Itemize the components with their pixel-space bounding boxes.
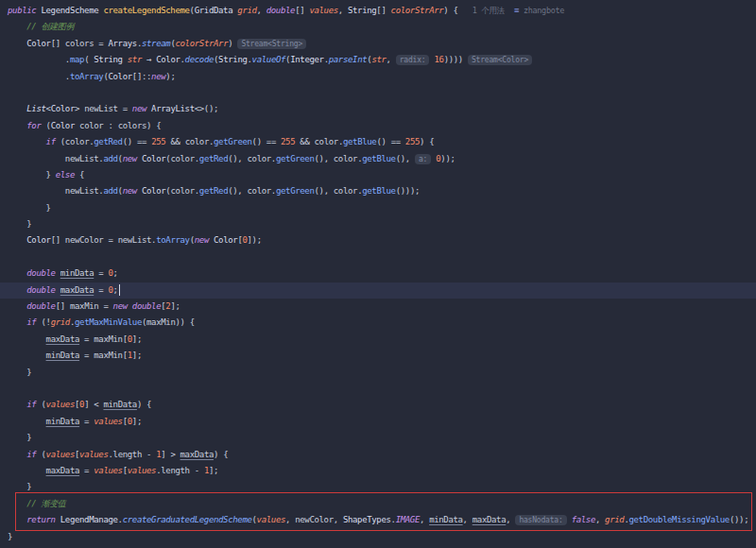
code-line[interactable]: Color[] newColor = newList.toArray(new C…: [0, 232, 756, 248]
code-line[interactable]: }: [0, 479, 756, 495]
code-line[interactable]: maxData = maxMin[0];: [0, 332, 756, 348]
code-token: str: [128, 55, 142, 64]
code-token: =: [94, 39, 108, 48]
code-line[interactable]: if (values[0] < minData) {: [0, 397, 756, 413]
code-token: ());: [730, 515, 748, 524]
code-line[interactable]: if (!grid.getMaxMinValue(maxMin)) {: [0, 315, 756, 331]
author-hint[interactable]: zhangbote: [524, 6, 564, 15]
code-token: getRed: [94, 137, 122, 146]
code-token: ,: [463, 515, 472, 524]
code-token: getBlue: [343, 137, 376, 146]
code-token: }: [8, 203, 51, 213]
code-token: (),: [228, 186, 247, 196]
code-token: getMaxMinValue: [75, 317, 142, 327]
code-line[interactable]: for (Color color : colors) {: [0, 118, 756, 134]
code-line[interactable]: .map( String str → Color.decode(String.v…: [0, 52, 756, 68]
code-token: str: [371, 55, 386, 64]
code-line[interactable]: }: [0, 365, 756, 381]
code-token: =: [79, 334, 94, 344]
code-token: Color: [142, 154, 165, 163]
code-token: if: [26, 400, 41, 409]
code-token: newList: [118, 235, 151, 245]
code-token: newColor: [65, 235, 104, 245]
code-area[interactable]: public LegendScheme createLegendScheme(G…: [0, 0, 756, 545]
code-token: if: [46, 137, 60, 146]
code-line[interactable]: }: [0, 529, 756, 545]
code-token: ) {: [137, 400, 151, 409]
code-line[interactable]: [0, 381, 756, 397]
code-line[interactable]: // 创建图例: [0, 19, 756, 35]
param-hint: hasNodata:: [515, 515, 566, 525]
code-token: }: [8, 368, 31, 377]
code-token: // 创建图例: [26, 22, 74, 31]
code-token: {: [79, 170, 84, 180]
code-line[interactable]: }: [0, 430, 756, 446]
code-line[interactable]: newList.add(new Color(color.getRed(), co…: [0, 183, 756, 199]
code-token: GridData: [195, 6, 238, 15]
code-token: maxMin: [146, 317, 175, 327]
code-line[interactable]: [0, 249, 756, 265]
type-hint: Stream<Color>: [468, 55, 532, 65]
code-token: }: [8, 532, 12, 541]
code-line[interactable]: .toArray(Color[]::new);: [0, 69, 756, 85]
code-token: new: [195, 235, 214, 245]
code-line[interactable]: [0, 85, 756, 101]
code-line[interactable]: if (color.getRed() == 255 && color.getGr…: [0, 134, 756, 150]
code-token: ShapeTypes: [343, 515, 391, 524]
code-token: ) {: [214, 450, 228, 459]
code-token: values: [46, 450, 75, 459]
code-token: double: [26, 301, 55, 311]
code-token: if: [26, 450, 41, 459]
code-token: (),: [315, 154, 334, 163]
code-token: =: [79, 417, 94, 426]
code-token: String: [348, 6, 376, 15]
code-line[interactable]: double minData = 0;: [0, 265, 756, 282]
code-token: [8, 334, 46, 344]
code-token: newList: [65, 154, 98, 163]
code-token: =: [98, 301, 112, 311]
code-token: double: [266, 6, 295, 15]
code-token: ] >: [161, 450, 180, 459]
code-token: Arrays: [108, 39, 136, 48]
code-token: )))): [444, 55, 468, 64]
code-token: [8, 235, 26, 245]
code-token: 255: [281, 137, 295, 146]
code-token: &&: [165, 137, 184, 146]
code-line[interactable]: return LegendManage.createGraduatedLegen…: [0, 512, 756, 528]
code-token: ArrayList: [151, 104, 195, 113]
code-token: color: [315, 137, 338, 146]
code-token: }: [8, 433, 31, 442]
param-hint: a:: [415, 154, 431, 164]
usages-hint[interactable]: 1 个用法: [472, 6, 505, 15]
code-line[interactable]: newList.add(new Color(color.getRed(), co…: [0, 151, 756, 167]
code-line[interactable]: if (values[values.length - 1] > maxData)…: [0, 447, 756, 463]
code-token: ;: [113, 268, 118, 278]
code-token: newColor: [295, 515, 334, 524]
code-token: getBlue: [362, 186, 395, 196]
code-token: Integer: [290, 55, 323, 64]
code-line[interactable]: Color[] colors = Arrays.stream(colorStrA…: [0, 36, 756, 52]
code-token: }: [8, 482, 31, 491]
code-line[interactable]: }: [0, 200, 756, 216]
code-line[interactable]: // 渐变值: [0, 496, 756, 512]
code-line[interactable]: minData = values[0];: [0, 414, 756, 430]
code-token: 255: [151, 137, 165, 146]
code-token: values: [128, 466, 156, 475]
code-token: ,: [595, 515, 605, 524]
code-editor[interactable]: public LegendScheme createLegendScheme(G…: [0, 0, 756, 548]
author-icon: ≡: [505, 6, 524, 15]
code-line[interactable]: List<Color> newList = new ArrayList<>();: [0, 101, 756, 117]
code-line[interactable]: } else {: [0, 167, 756, 183]
code-token: maxData: [46, 466, 79, 475]
code-line[interactable]: }: [0, 216, 756, 232]
code-line[interactable]: double[] maxMin = new double[2];: [0, 299, 756, 315]
code-token: false: [572, 515, 595, 524]
code-token: 16: [435, 55, 444, 64]
code-token: getBlue: [362, 154, 395, 163]
code-token: [8, 466, 46, 475]
code-line[interactable]: maxData = values[values.length - 1];: [0, 463, 756, 479]
code-line[interactable]: minData = maxMin[1];: [0, 348, 756, 364]
code-token: color: [334, 154, 357, 163]
code-line[interactable]: public LegendScheme createLegendScheme(G…: [0, 3, 756, 19]
code-line-caret[interactable]: double maxData = 0;: [0, 283, 756, 299]
